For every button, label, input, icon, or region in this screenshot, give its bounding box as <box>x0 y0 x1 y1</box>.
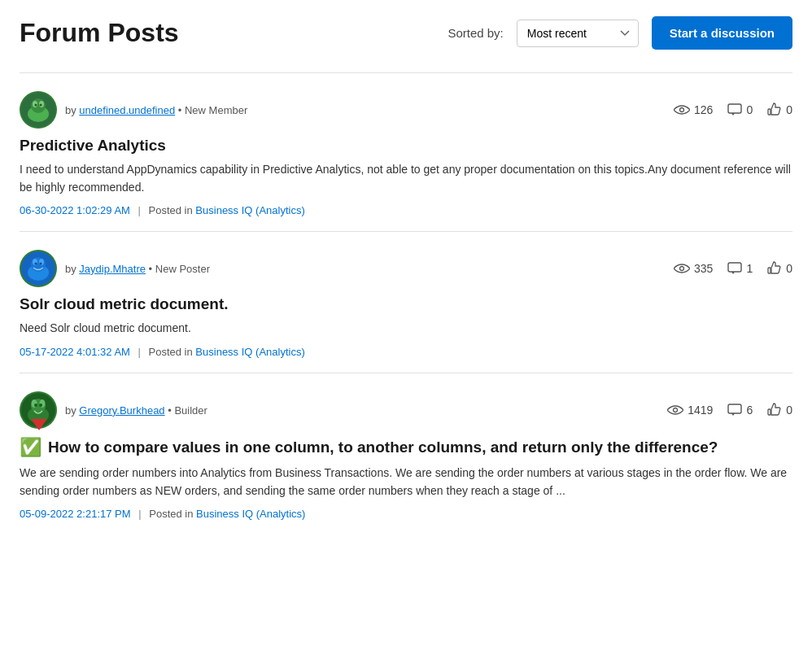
post-body: We are sending order numbers into Analyt… <box>20 465 792 500</box>
likes-stat: 0 <box>767 261 792 276</box>
post-footer: 05-17-2022 4:01:32 AM | Posted in Busine… <box>20 346 792 358</box>
sort-select[interactable]: Most recentOldestMost likedMost viewed <box>517 20 639 47</box>
likes-count: 0 <box>786 262 792 275</box>
posted-in-label: Posted in <box>149 204 196 216</box>
post-title[interactable]: Solr cloud metric document. <box>20 295 792 313</box>
like-icon <box>767 403 782 417</box>
svg-point-17 <box>680 267 684 271</box>
post-author-area: by Jaydip.Mhatre • New Poster <box>20 250 210 287</box>
svg-rect-19 <box>768 268 771 273</box>
post-body: Need Solr cloud metric document. <box>20 320 792 338</box>
svg-rect-29 <box>768 409 771 415</box>
author-name[interactable]: Jaydip.Mhatre <box>79 263 146 275</box>
posted-in-label: Posted in <box>149 508 196 520</box>
post-stats: 335 1 <box>674 261 792 276</box>
author-badge: New Poster <box>155 263 210 275</box>
post-stats: 1419 6 <box>667 403 792 417</box>
post-item: by Gregory.Burkhead • Builder 1419 <box>20 373 792 535</box>
post-item: by Jaydip.Mhatre • New Poster 335 <box>20 231 792 373</box>
svg-rect-18 <box>728 263 741 272</box>
svg-point-7 <box>680 108 684 112</box>
comment-icon <box>727 103 742 116</box>
post-stats: 126 0 <box>674 103 792 117</box>
post-timestamp: 06-30-2022 1:02:29 AM <box>20 204 130 216</box>
svg-point-5 <box>35 104 37 107</box>
svg-point-6 <box>40 104 42 107</box>
svg-point-16 <box>40 263 42 265</box>
author-info: by Gregory.Burkhead • Builder <box>65 404 207 417</box>
views-stat: 126 <box>674 103 713 116</box>
comments-count: 6 <box>746 404 753 417</box>
author-badge: Builder <box>174 404 207 417</box>
svg-rect-9 <box>768 109 771 115</box>
views-count: 1419 <box>688 404 713 417</box>
svg-point-26 <box>39 404 42 407</box>
page-title: Forum Posts <box>20 18 179 48</box>
post-timestamp: 05-09-2022 2:21:17 PM <box>20 508 131 520</box>
post-item: by undefined.undefined • New Member <box>20 72 792 231</box>
post-author-area: by undefined.undefined • New Member <box>20 91 247 129</box>
author-badge: New Member <box>185 104 247 116</box>
views-icon <box>674 104 690 116</box>
avatar <box>20 250 57 287</box>
start-discussion-button[interactable]: Start a discussion <box>652 16 792 50</box>
author-name[interactable]: undefined.undefined <box>79 104 175 116</box>
views-count: 335 <box>694 262 713 275</box>
post-timestamp: 05-17-2022 4:01:32 AM <box>20 346 130 358</box>
post-meta-row: by Jaydip.Mhatre • New Poster 335 <box>20 250 792 287</box>
page-header: Forum Posts Sorted by: Most recentOldest… <box>20 16 792 50</box>
likes-stat: 0 <box>767 103 792 117</box>
post-title-link[interactable]: Predictive Analytics <box>20 137 166 154</box>
avatar <box>20 91 57 129</box>
comments-stat: 6 <box>727 404 753 417</box>
svg-point-25 <box>34 404 37 407</box>
comments-stat: 0 <box>727 103 753 116</box>
views-icon <box>667 404 683 416</box>
likes-stat: 0 <box>767 403 792 417</box>
author-info: by undefined.undefined • New Member <box>65 104 247 116</box>
posted-in-link[interactable]: Business IQ (Analytics) <box>196 508 305 520</box>
views-count: 126 <box>694 103 713 116</box>
svg-point-15 <box>35 263 37 265</box>
views-stat: 335 <box>674 262 713 275</box>
views-icon <box>674 263 690 274</box>
comments-stat: 1 <box>727 262 753 275</box>
post-title-link[interactable]: Solr cloud metric document. <box>20 295 229 312</box>
posted-in-label: Posted in <box>149 346 196 358</box>
comments-count: 0 <box>746 103 753 116</box>
svg-point-27 <box>674 408 678 412</box>
views-stat: 1419 <box>667 404 713 417</box>
new-indicator <box>31 419 47 430</box>
post-title[interactable]: ✅ How to compare values in one column, t… <box>20 437 792 458</box>
post-footer: 06-30-2022 1:02:29 AM | Posted in Busine… <box>20 204 792 216</box>
author-info: by Jaydip.Mhatre • New Poster <box>65 263 210 275</box>
comment-icon <box>727 404 742 417</box>
svg-rect-28 <box>728 404 741 413</box>
comment-icon <box>727 262 742 275</box>
svg-rect-8 <box>728 104 741 113</box>
sorted-by-label: Sorted by: <box>447 26 503 40</box>
post-title-link[interactable]: How to compare values in one column, to … <box>48 439 718 456</box>
likes-count: 0 <box>786 103 792 116</box>
separator: | <box>138 204 141 216</box>
post-meta-row: by undefined.undefined • New Member <box>20 91 792 129</box>
header-controls: Sorted by: Most recentOldestMost likedMo… <box>447 16 792 50</box>
likes-count: 0 <box>786 404 792 417</box>
comments-count: 1 <box>746 262 753 275</box>
separator: | <box>138 346 141 358</box>
posted-in-link[interactable]: Business IQ (Analytics) <box>195 346 304 358</box>
post-meta-row: by Gregory.Burkhead • Builder 1419 <box>20 391 792 429</box>
posted-in-link[interactable]: Business IQ (Analytics) <box>195 204 304 216</box>
like-icon <box>767 103 782 117</box>
separator: | <box>138 508 141 520</box>
post-author-area: by Gregory.Burkhead • Builder <box>20 391 207 429</box>
post-footer: 05-09-2022 2:21:17 PM | Posted in Busine… <box>20 508 792 520</box>
author-name[interactable]: Gregory.Burkhead <box>79 404 164 417</box>
post-list: by undefined.undefined • New Member <box>20 72 792 535</box>
post-body: I need to understand AppDynamics capabil… <box>20 161 792 196</box>
post-title[interactable]: Predictive Analytics <box>20 137 792 155</box>
solved-icon: ✅ <box>20 437 41 458</box>
like-icon <box>767 261 782 276</box>
